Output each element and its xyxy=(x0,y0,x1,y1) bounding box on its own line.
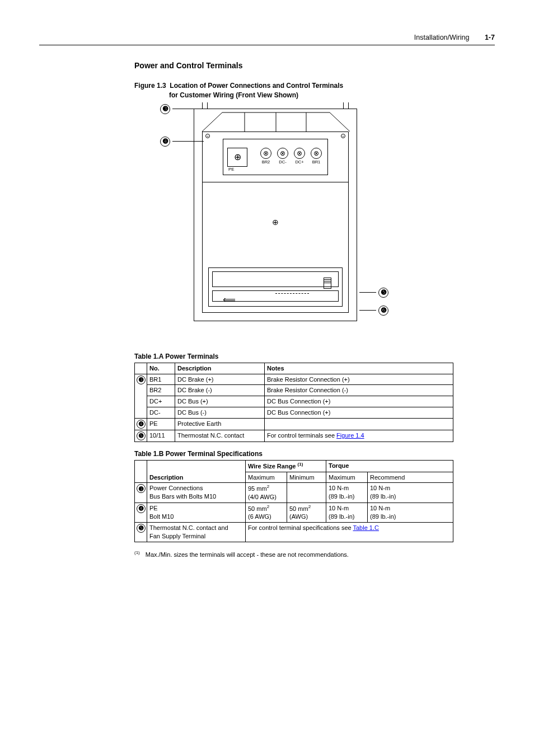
th-desc: Description xyxy=(175,363,265,374)
table-row: ➍ PEBolt M10 50 mm2(6 AWG) 50 mm2(AWG) 1… xyxy=(135,503,453,522)
table-a-caption: Table 1.A Power Terminals xyxy=(134,353,495,360)
figure-title-1: Location of Power Connections and Contro… xyxy=(170,82,343,90)
label-dcm: DC- xyxy=(279,159,286,165)
figure-ref: Figure 1.3 xyxy=(134,82,166,90)
arrow-icon: ⟸ xyxy=(223,294,236,305)
label-br1: BR1 xyxy=(312,159,321,165)
xref-figure-1-4[interactable]: Figure 1.4 xyxy=(336,432,364,439)
header-section: Installation/Wiring xyxy=(414,34,470,41)
footnote: (1)Max./Min. sizes the terminals will ac… xyxy=(134,550,495,558)
running-header: Installation/Wiring 1-7 xyxy=(39,34,495,45)
callout-6: ➏ xyxy=(359,306,388,316)
table-row: BR2DC Brake (-)Brake Resistor Connection… xyxy=(135,385,453,396)
table-row: ➌ Power ConnectionsBus Bars with Bolts M… xyxy=(135,483,453,503)
callout-3: ➌ xyxy=(160,104,204,114)
figure-title-2: for Customer Wiring (Front View Shown) xyxy=(169,91,495,100)
table-a: No. Description Notes ➌ BR1DC Brake (+)B… xyxy=(134,363,453,442)
figure-caption: Figure 1.3 Location of Power Connections… xyxy=(134,81,495,101)
callout-5: ➎ xyxy=(359,288,388,298)
figure-diagram: ⊕ BR2 DC- DC+ BR1 PE ⊕ ⟸ xyxy=(160,104,495,345)
label-br2: BR2 xyxy=(262,159,270,165)
table-row: DC+DC Bus (+)DC Bus Connection (+) xyxy=(135,396,453,407)
page-number: 1-7 xyxy=(485,34,495,41)
table-row: ➎ Thermostat N.C. contact andFan Supply … xyxy=(135,523,453,542)
th-no: No. xyxy=(147,363,175,374)
section-heading: Power and Control Terminals xyxy=(134,61,495,70)
table-row: ➌ BR1DC Brake (+)Brake Resistor Connecti… xyxy=(135,374,453,385)
label-pe: PE xyxy=(228,167,235,172)
table-b-caption: Table 1.B Power Terminal Specifications xyxy=(134,450,495,458)
table-row: ➎ 10/11Thermostat N.C. contact For contr… xyxy=(135,430,453,442)
ground-icon: ⊕ xyxy=(272,218,279,227)
table-row: DC-DC Bus (-)DC Bus Connection (+) xyxy=(135,407,453,419)
table-b: Description Wire Size Range (1) Torque M… xyxy=(134,460,453,542)
th-notes: Notes xyxy=(265,363,453,374)
xref-table-1-c[interactable]: Table 1.C xyxy=(353,524,379,531)
label-dcp: DC+ xyxy=(295,159,303,165)
callout-4: ➍ xyxy=(160,137,204,147)
table-row: ➍ PEProtective Earth xyxy=(135,419,453,430)
